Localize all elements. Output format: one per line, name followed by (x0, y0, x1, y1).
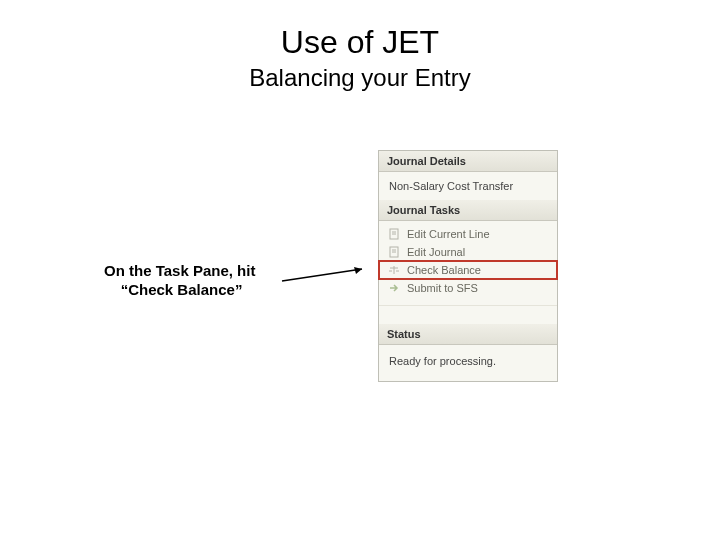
instruction-line-2: “Check Balance” (121, 281, 243, 298)
task-pane: Journal Details Non-Salary Cost Transfer… (378, 150, 558, 382)
document-icon (387, 228, 401, 240)
task-label: Edit Journal (407, 246, 465, 258)
status-value: Ready for processing. (379, 345, 557, 381)
balance-icon (387, 264, 401, 276)
svg-marker-1 (354, 267, 362, 274)
journal-tasks-header: Journal Tasks (379, 200, 557, 221)
task-edit-current-line[interactable]: Edit Current Line (379, 225, 557, 243)
task-label: Submit to SFS (407, 282, 478, 294)
status-header: Status (379, 324, 557, 345)
task-label: Edit Current Line (407, 228, 490, 240)
page-subtitle: Balancing your Entry (0, 64, 720, 92)
instruction-text: On the Task Pane, hit “Check Balance” (104, 262, 304, 300)
journal-tasks-list: Edit Current Line Edit Journal Check Bal… (379, 221, 557, 305)
task-edit-journal[interactable]: Edit Journal (379, 243, 557, 261)
document-icon (387, 246, 401, 258)
instruction-line-1: On the Task Pane, hit (104, 262, 255, 279)
task-submit-to-sfs[interactable]: Submit to SFS (379, 279, 557, 297)
task-check-balance[interactable]: Check Balance (379, 261, 557, 279)
page-title: Use of JET (0, 24, 720, 61)
pane-spacer (379, 305, 557, 324)
journal-details-header: Journal Details (379, 151, 557, 172)
task-label: Check Balance (407, 264, 481, 276)
journal-details-value: Non-Salary Cost Transfer (379, 172, 557, 200)
arrow-right-icon (387, 282, 401, 294)
